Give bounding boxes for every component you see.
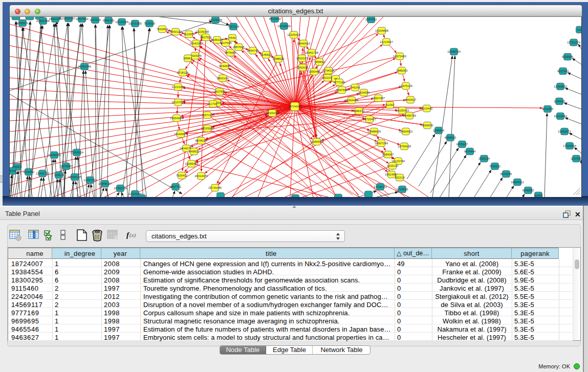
svg-text:18911225: 18911225 [49,17,62,20]
svg-text:20206556: 20206556 [48,154,61,157]
svg-text:7632621: 7632621 [489,165,501,168]
svg-text:9827505: 9827505 [200,36,212,39]
svg-text:19958137: 19958137 [98,182,112,185]
svg-text:15692971: 15692971 [558,130,572,133]
svg-text:10973493: 10973493 [393,55,407,58]
svg-text:9329966: 9329966 [562,55,574,58]
svg-text:9463627: 9463627 [405,98,417,101]
svg-text:9245652: 9245652 [522,189,534,192]
svg-text:16914479: 16914479 [194,174,208,178]
svg-text:12213369: 12213369 [171,85,185,89]
svg-text:1640954: 1640954 [433,129,445,132]
svg-text:10807487: 10807487 [372,97,385,100]
svg-text:17016504: 17016504 [563,144,577,147]
svg-text:23226058: 23226058 [195,30,209,33]
svg-text:9327508: 9327508 [220,41,232,45]
svg-text:7485063: 7485063 [396,69,408,72]
svg-text:16107554: 16107554 [171,101,185,104]
svg-text:10719165: 10719165 [115,20,129,24]
svg-text:19654923: 19654923 [399,130,413,133]
svg-text:2803144: 2803144 [217,77,229,80]
svg-text:18640910: 18640910 [297,42,311,45]
svg-text:17957253: 17957253 [83,179,97,182]
svg-text:549822: 549822 [189,150,199,153]
svg-text:8958923: 8958923 [445,136,456,139]
svg-text:9146821: 9146821 [260,53,272,56]
svg-text:7663822: 7663822 [157,28,168,31]
svg-text:17359924: 17359924 [70,151,84,154]
svg-text:7515526: 7515526 [144,22,156,25]
svg-text:3624554: 3624554 [358,91,370,94]
svg-text:8878334: 8878334 [195,139,207,142]
svg-text:7955812: 7955812 [314,60,325,63]
svg-text:2687662: 2687662 [365,18,377,21]
svg-text:12975125: 12975125 [399,84,413,87]
svg-text:98961: 98961 [184,57,192,60]
svg-text:9084067: 9084067 [382,153,394,156]
svg-text:1588520: 1588520 [273,57,285,60]
svg-text:2718126: 2718126 [177,71,189,74]
svg-text:20364436: 20364436 [345,99,359,102]
svg-text:1527602: 1527602 [90,18,101,21]
svg-text:92450: 92450 [534,194,543,197]
svg-text:6497568: 6497568 [336,89,348,92]
svg-text:16033809: 16033809 [209,18,223,21]
svg-text:1117: 1117 [577,28,582,31]
svg-text:16543362: 16543362 [189,42,203,45]
svg-text:10025433: 10025433 [396,109,409,112]
svg-text:39154: 39154 [10,169,17,172]
svg-text:15716485: 15716485 [208,186,222,189]
svg-text:8454749: 8454749 [247,49,259,52]
svg-text:10688609: 10688609 [367,130,381,133]
svg-text:16210643: 16210643 [554,115,568,118]
svg-text:7986372: 7986372 [353,110,365,113]
svg-text:19218506: 19218506 [277,25,291,28]
svg-text:746266: 746266 [350,86,360,89]
svg-text:19099489: 19099489 [185,162,199,165]
svg-text:3875685: 3875685 [225,51,236,54]
svg-text:9242848: 9242848 [219,64,231,68]
svg-text:18724007: 18724007 [288,105,302,108]
svg-text:18300295: 18300295 [266,112,279,115]
svg-text:15751074: 15751074 [567,41,581,44]
svg-text:14136141: 14136141 [374,185,387,188]
svg-text:9427552: 9427552 [214,90,226,93]
svg-text:7625402: 7625402 [176,174,188,177]
svg-text:5546: 5546 [229,36,236,39]
svg-text:8660123: 8660123 [170,30,182,33]
svg-text:15720407: 15720407 [363,118,377,121]
svg-text:10671355: 10671355 [128,22,142,25]
svg-text:13533946: 13533946 [201,127,214,130]
svg-text:19166825: 19166825 [174,133,188,136]
svg-text:8813054: 8813054 [269,17,281,20]
svg-text:1115682: 1115682 [23,170,35,173]
svg-text:1244415: 1244415 [554,100,565,103]
svg-text:12505135: 12505135 [68,176,82,179]
svg-text:6879197: 6879197 [456,143,468,146]
svg-text:252214: 252214 [395,176,405,179]
svg-text:11527602: 11527602 [75,17,89,20]
svg-text:20053346: 20053346 [78,65,92,68]
svg-text:1733426: 1733426 [397,188,408,191]
svg-text:12342757: 12342757 [36,172,50,175]
svg-text:9777169: 9777169 [334,81,345,84]
svg-text:1822037: 1822037 [296,57,308,60]
svg-text:11700: 11700 [209,102,217,105]
svg-text:9227343: 9227343 [557,70,569,73]
svg-text:10648764: 10648764 [447,50,461,53]
svg-text:19975887: 19975887 [59,165,73,168]
svg-text:2867608: 2867608 [233,46,245,49]
svg-text:9857791: 9857791 [170,185,182,188]
svg-text:1167533: 1167533 [571,157,582,160]
svg-text:19756928: 19756928 [398,145,411,148]
svg-text:62160: 62160 [386,103,395,106]
svg-text:12213967: 12213967 [380,40,394,43]
svg-text:2935114: 2935114 [478,157,490,160]
svg-text:9474444: 9474444 [464,150,476,153]
svg-text:11325419: 11325419 [287,33,300,36]
svg-text:(x): (x) [129,232,136,238]
svg-text:8471676: 8471676 [500,172,512,176]
svg-text:1990448: 1990448 [309,70,320,73]
svg-text:7357224: 7357224 [228,25,239,28]
svg-text:1405572: 1405572 [17,21,29,25]
